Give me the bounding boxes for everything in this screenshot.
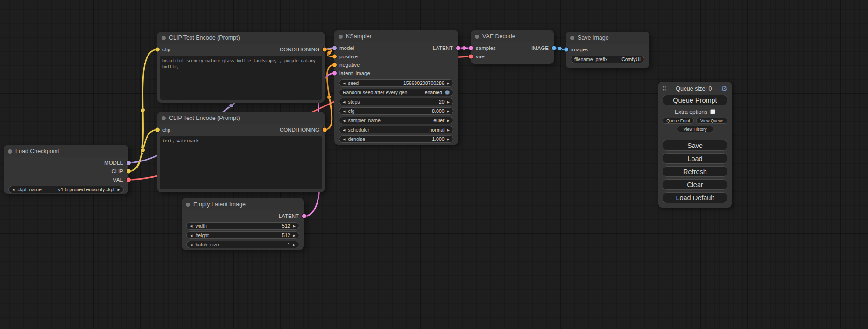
node-vae-decode[interactable]: VAE Decode samples IMAGE vae	[471, 30, 554, 64]
comfy-menu[interactable]: ⣿ Queue size: 0 ⚙ Queue Prompt Extra opt…	[658, 82, 732, 208]
input-dot-latent-image[interactable]	[332, 71, 337, 76]
widget-value[interactable]: enabled	[425, 90, 442, 95]
widget-scheduler[interactable]: ◀ scheduler normal ▶	[339, 126, 453, 133]
input-dot-positive[interactable]	[332, 55, 337, 59]
decrement-arrow-icon[interactable]: ◀	[343, 100, 345, 104]
node-title-bar[interactable]: Load Checkpoint	[4, 145, 128, 157]
collapse-dot[interactable]	[475, 35, 479, 39]
node-title-bar[interactable]: VAE Decode	[471, 30, 554, 42]
increment-arrow-icon[interactable]: ▶	[293, 224, 296, 228]
widget-value[interactable]: 512	[282, 223, 290, 229]
collapse-dot[interactable]	[8, 149, 12, 154]
widget-seed[interactable]: ◀ seed 156680208700286 ▶	[339, 79, 453, 87]
widget-value[interactable]: v1-5-pruned-emaonly.ckpt	[58, 187, 114, 192]
widget-value[interactable]: 20	[439, 99, 445, 105]
prompt-textarea[interactable]: beautiful scenery nature glass bottle la…	[160, 56, 322, 100]
output-slot-label: MODEL	[104, 160, 123, 166]
widget-value[interactable]: 512	[282, 232, 290, 238]
output-dot-clip[interactable]	[127, 169, 131, 174]
output-dot-model[interactable]	[127, 161, 131, 165]
widget-ckpt-name[interactable]: ◀ ckpt_name v1-5-pruned-emaonly.ckpt ▶	[8, 186, 124, 193]
widget-cfg[interactable]: ◀ cfg 8.000 ▶	[339, 107, 453, 115]
output-dot-latent[interactable]	[302, 214, 306, 218]
widget-sampler-name[interactable]: ◀ sampler_name euler ▶	[339, 117, 453, 124]
clear-button[interactable]: Clear	[663, 179, 727, 190]
decrement-arrow-icon[interactable]: ◀	[190, 243, 192, 246]
decrement-arrow-icon[interactable]: ◀	[343, 128, 345, 132]
decrement-arrow-icon[interactable]: ◀	[190, 224, 192, 228]
node-clip-text-encode-negative[interactable]: CLIP Text Encode (Prompt) clip CONDITION…	[157, 112, 325, 192]
input-dot-model[interactable]	[332, 46, 337, 50]
save-button[interactable]: Save	[663, 140, 727, 151]
widget-value[interactable]: 156680208700286	[403, 80, 445, 86]
output-dot-conditioning[interactable]	[323, 48, 327, 52]
output-dot-image[interactable]	[552, 46, 556, 50]
increment-arrow-icon[interactable]: ▶	[447, 110, 450, 113]
increment-arrow-icon[interactable]: ▶	[447, 138, 450, 141]
node-title-bar[interactable]: Empty Latent Image	[182, 198, 304, 210]
widget-value[interactable]: euler	[433, 118, 444, 123]
node-ksampler[interactable]: KSampler model LATENT positive negative …	[334, 30, 458, 145]
output-dot-latent[interactable]	[456, 46, 460, 50]
widget-value[interactable]: 8.000	[432, 108, 444, 114]
decrement-arrow-icon[interactable]: ◀	[12, 188, 14, 191]
increment-arrow-icon[interactable]: ▶	[447, 100, 450, 104]
widget-random-seed-toggle[interactable]: Random seed after every gen enabled	[339, 89, 453, 96]
output-dot-vae[interactable]	[127, 178, 131, 182]
input-dot-vae[interactable]	[469, 55, 473, 59]
collapse-dot[interactable]	[339, 35, 343, 39]
node-title-bar[interactable]: Save Image	[566, 32, 649, 44]
widget-batch-size[interactable]: ◀ batch_size 1 ▶	[186, 241, 299, 248]
queue-prompt-button[interactable]: Queue Prompt	[663, 95, 727, 105]
widget-denoise[interactable]: ◀ denoise 1.000 ▶	[339, 135, 453, 143]
collapse-dot[interactable]	[162, 116, 166, 120]
prompt-textarea[interactable]: text, watermark	[160, 136, 322, 189]
widget-width[interactable]: ◀ width 512 ▶	[186, 222, 299, 230]
decrement-arrow-icon[interactable]: ◀	[343, 138, 345, 141]
decrement-arrow-icon[interactable]: ◀	[343, 119, 345, 122]
node-title-bar[interactable]: CLIP Text Encode (Prompt)	[157, 32, 325, 44]
increment-arrow-icon[interactable]: ▶	[447, 119, 450, 122]
drag-handle-icon[interactable]: ⣿	[663, 85, 666, 91]
node-empty-latent-image[interactable]: Empty Latent Image LATENT ◀ width 512 ▶ …	[182, 198, 304, 250]
collapse-dot[interactable]	[570, 36, 574, 40]
widget-value[interactable]: normal	[430, 127, 445, 133]
widget-value[interactable]: 1	[288, 242, 290, 247]
collapse-dot[interactable]	[162, 36, 166, 40]
widget-value[interactable]: 1.000	[432, 136, 444, 142]
decrement-arrow-icon[interactable]: ◀	[190, 234, 192, 237]
refresh-button[interactable]: Refresh	[663, 166, 727, 177]
node-save-image[interactable]: Save Image images filename_prefix ComfyU…	[566, 32, 649, 68]
increment-arrow-icon[interactable]: ▶	[447, 128, 450, 132]
node-load-checkpoint[interactable]: Load Checkpoint MODEL CLIP VAE ◀ ckpt_na…	[4, 145, 128, 194]
decrement-arrow-icon[interactable]: ◀	[343, 82, 345, 85]
load-default-button[interactable]: Load Default	[663, 192, 727, 203]
node-clip-text-encode-positive[interactable]: CLIP Text Encode (Prompt) clip CONDITION…	[157, 32, 325, 103]
output-dot-conditioning[interactable]	[323, 128, 327, 132]
increment-arrow-icon[interactable]: ▶	[293, 243, 296, 246]
view-history-button[interactable]: View History	[677, 126, 713, 132]
settings-gear-icon[interactable]: ⚙	[721, 84, 727, 93]
widget-steps[interactable]: ◀ steps 20 ▶	[339, 98, 453, 105]
decrement-arrow-icon[interactable]: ◀	[343, 110, 345, 113]
widget-filename-prefix[interactable]: filename_prefix ComfyUI	[571, 56, 644, 63]
input-dot-clip[interactable]	[155, 128, 160, 132]
extra-options-checkbox[interactable]	[710, 109, 715, 114]
input-dot-clip[interactable]	[155, 48, 160, 52]
view-queue-button[interactable]: View Queue	[696, 118, 727, 124]
load-button[interactable]: Load	[663, 153, 727, 164]
input-dot-negative[interactable]	[332, 63, 337, 67]
queue-front-button[interactable]: Queue Front	[663, 118, 694, 124]
widget-value[interactable]: ComfyUI	[621, 56, 641, 62]
increment-arrow-icon[interactable]: ▶	[118, 188, 120, 191]
increment-arrow-icon[interactable]: ▶	[447, 82, 450, 85]
collapse-dot[interactable]	[186, 203, 190, 207]
input-dot-samples[interactable]	[469, 46, 473, 50]
node-graph-canvas[interactable]: Load Checkpoint MODEL CLIP VAE ◀ ckpt_na…	[0, 0, 868, 329]
widget-height[interactable]: ◀ height 512 ▶	[186, 231, 299, 239]
node-title-bar[interactable]: KSampler	[334, 30, 458, 42]
input-dot-images[interactable]	[564, 48, 568, 52]
toggle-indicator[interactable]	[445, 90, 450, 95]
node-title-bar[interactable]: CLIP Text Encode (Prompt)	[157, 112, 325, 124]
increment-arrow-icon[interactable]: ▶	[293, 234, 296, 237]
